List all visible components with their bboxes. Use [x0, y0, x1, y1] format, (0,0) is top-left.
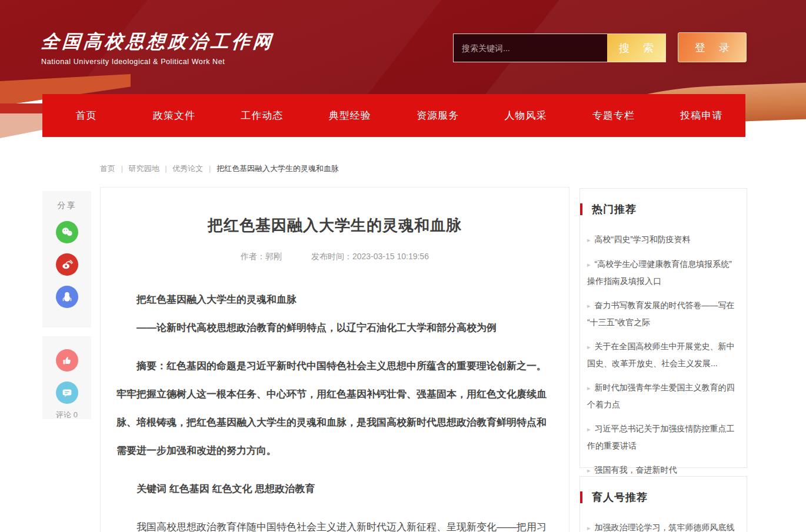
like-button[interactable]: [56, 349, 78, 372]
arrow-icon: ▸: [587, 302, 591, 309]
list-item[interactable]: ▸奋力书写教育发展的时代答卷——写在“十三五”收官之际: [587, 297, 738, 330]
weibo-share-button[interactable]: [56, 253, 78, 276]
arrow-icon: ▸: [587, 236, 591, 243]
site-logo-subtitle: National University Ideological & Politi…: [41, 58, 274, 66]
list-item[interactable]: ▸新时代加强青年学生爱国主义教育的四个着力点: [587, 379, 738, 413]
list-item-label: 强国有我，奋进新时代: [595, 465, 677, 474]
arrow-icon: ▸: [587, 384, 591, 392]
article-body: 把红色基因融入大学生的灵魂和血脉 ——论新时代高校思想政治教育的鲜明特点，以辽宁…: [101, 286, 569, 532]
list-item-label: 高校“四史”学习和防疫资料: [595, 235, 691, 244]
list-item-label: “高校学生心理健康教育信息填报系统”操作指南及填报入口: [587, 259, 732, 286]
breadcrumb-current: 把红色基因融入大学生的灵魂和血脉: [217, 164, 339, 173]
nav-item-experience[interactable]: 典型经验: [306, 109, 394, 122]
login-button[interactable]: 登 录: [678, 32, 747, 62]
qq-share-button[interactable]: [56, 286, 78, 308]
wechat-icon: [61, 226, 74, 239]
nav-item-policy[interactable]: 政策文件: [130, 109, 218, 122]
article-title: 把红色基因融入大学生的灵魂和血脉: [101, 215, 569, 236]
thumbs-up-icon: [61, 354, 74, 367]
arrow-icon: ▸: [587, 426, 591, 433]
comment-button[interactable]: [56, 382, 78, 404]
list-item[interactable]: ▸高校“四史”学习和防疫资料: [587, 231, 738, 248]
page: 全国高校思想政治工作网 National University Ideologi…: [0, 0, 806, 532]
article-keywords: 关键词 红色基因 红色文化 思想政治教育: [116, 475, 547, 503]
arrow-icon: ▸: [587, 261, 591, 268]
hot-recommend-panel: 热门推荐 ▸高校“四史”学习和防疫资料 ▸“高校学生心理健康教育信息填报系统”操…: [579, 188, 747, 468]
reaction-panel: 评论 0: [42, 336, 91, 419]
list-item[interactable]: ▸加强政治理论学习，筑牢师德师风底线: [587, 519, 738, 532]
list-item-label: 习近平总书记关于加强疫情防控重点工作的重要讲话: [587, 424, 735, 450]
search-bar: 搜 索: [453, 34, 666, 62]
main-nav: 首页 政策文件 工作动态 典型经验 资源服务 人物风采 专题专栏 投稿申请: [42, 94, 745, 137]
search-button[interactable]: 搜 索: [607, 34, 665, 62]
hot-recommend-list: ▸高校“四史”学习和防疫资料 ▸“高校学生心理健康教育信息填报系统”操作指南及填…: [580, 220, 747, 520]
search-input[interactable]: [454, 34, 607, 62]
list-item[interactable]: ▸“高校学生心理健康教育信息填报系统”操作指南及填报入口: [587, 256, 738, 289]
wechat-share-button[interactable]: [56, 221, 78, 243]
breadcrumb-home[interactable]: 首页: [100, 164, 115, 173]
arrow-icon: ▸: [587, 467, 591, 474]
list-item[interactable]: ▸关于在全国高校师生中开展党史、新中国史、改革开放史、社会主义发展...: [587, 338, 738, 372]
nav-item-home[interactable]: 首页: [42, 109, 130, 122]
article-author: 作者：郭刚: [241, 252, 282, 261]
nav-item-topics[interactable]: 专题专栏: [569, 109, 657, 122]
comment-bubble-icon: [61, 386, 74, 399]
site-logo-title: 全国高校思想政治工作网: [41, 29, 275, 54]
breadcrumb-separator: |: [121, 164, 123, 173]
yuren-recommend-header: 育人号推荐: [580, 490, 747, 504]
yuren-recommend-title: 育人号推荐: [592, 490, 648, 504]
list-item-label: 奋力书写教育发展的时代答卷——写在“十三五”收官之际: [587, 300, 735, 327]
arrow-icon: ▸: [587, 524, 591, 531]
hot-recommend-title: 热门推荐: [592, 202, 637, 216]
breadcrumb: 首页 | 研究园地 | 优秀论文 | 把红色基因融入大学生的灵魂和血脉: [100, 163, 342, 174]
nav-item-people[interactable]: 人物风采: [482, 109, 569, 122]
yuren-recommend-panel: 育人号推荐 ▸加强政治理论学习，筑牢师德师风底线: [579, 476, 747, 532]
comment-count: 评论 0: [42, 410, 91, 420]
nav-item-resources[interactable]: 资源服务: [394, 109, 482, 122]
red-bar-decoration: [580, 491, 582, 503]
yuren-recommend-list: ▸加强政治理论学习，筑牢师德师风底线: [580, 508, 747, 532]
list-item-label: 关于在全国高校师生中开展党史、新中国史、改革开放史、社会主义发展...: [587, 342, 735, 368]
arrow-icon: ▸: [587, 343, 591, 350]
nav-item-submit[interactable]: 投稿申请: [658, 109, 745, 122]
breadcrumb-papers[interactable]: 优秀论文: [172, 164, 203, 173]
breadcrumb-separator: |: [209, 164, 211, 173]
nav-item-work-news[interactable]: 工作动态: [218, 109, 306, 122]
breadcrumb-research[interactable]: 研究园地: [129, 164, 159, 173]
red-bar-decoration: [580, 203, 582, 215]
breadcrumb-separator: |: [165, 164, 166, 173]
list-item-label: 加强政治理论学习，筑牢师德师风底线: [595, 523, 735, 532]
article-publish-time: 发布时间：2023-03-15 10:19:56: [311, 252, 429, 261]
hot-recommend-header: 热门推荐: [580, 202, 747, 216]
article-card: 把红色基因融入大学生的灵魂和血脉 作者：郭刚 发布时间：2023-03-15 1…: [100, 187, 569, 532]
article-subtitle-line1: 把红色基因融入大学生的灵魂和血脉: [116, 286, 547, 314]
qq-icon: [61, 290, 74, 303]
weibo-icon: [61, 258, 74, 271]
share-label: 分享: [42, 191, 91, 211]
list-item[interactable]: ▸习近平总书记关于加强疫情防控重点工作的重要讲话: [587, 420, 738, 454]
article-paragraph: 我国高校思想政治教育伴随中国特色社会主义进入新时代迈入新征程、呈现新变化——把用…: [116, 513, 547, 532]
article-subtitle-line2: ——论新时代高校思想政治教育的鲜明特点，以辽宁石油化工大学和部分高校为例: [116, 314, 547, 342]
list-item-label: 新时代加强青年学生爱国主义教育的四个着力点: [587, 383, 735, 409]
site-logo[interactable]: 全国高校思想政治工作网 National University Ideologi…: [41, 29, 274, 66]
article-meta: 作者：郭刚 发布时间：2023-03-15 10:19:56: [101, 252, 569, 262]
share-panel: 分享: [42, 191, 91, 327]
article-abstract: 摘要：红色基因的命题是习近平新时代中国特色社会主义思想中所蕴含的重要理论创新之一…: [116, 352, 547, 465]
